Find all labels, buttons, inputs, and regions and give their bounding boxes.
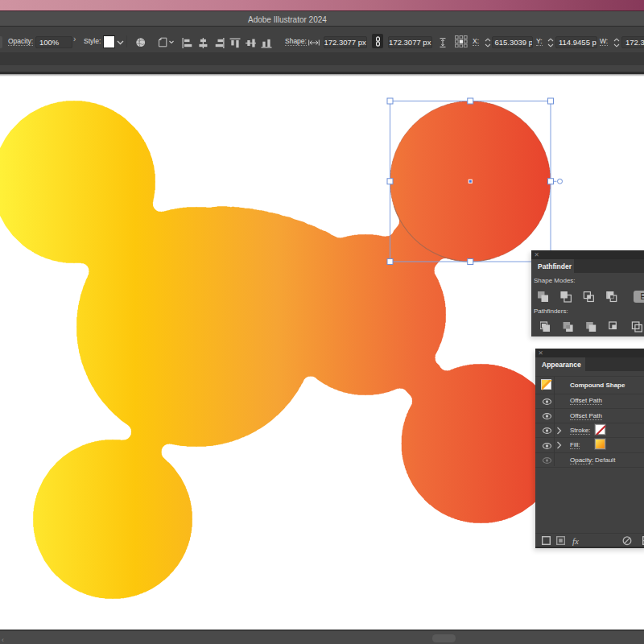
svg-text:fx: fx: [572, 536, 579, 546]
